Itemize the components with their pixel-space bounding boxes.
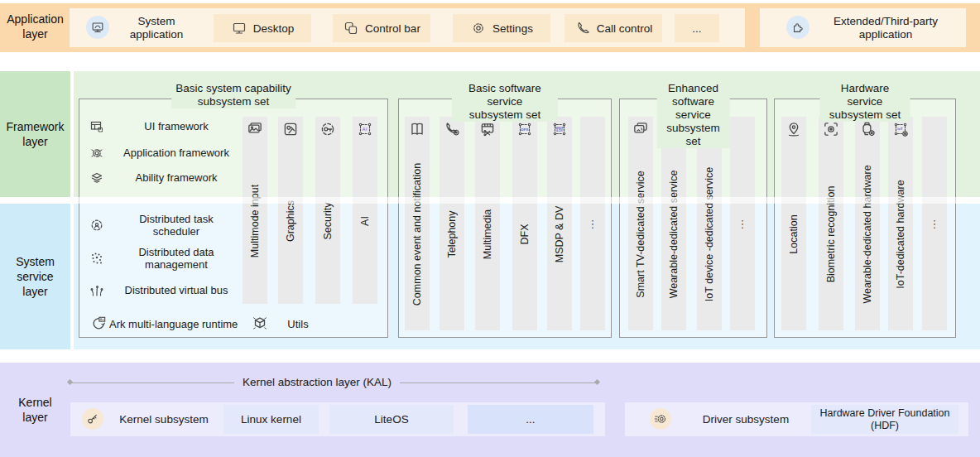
column-label: Biometric recognition bbox=[825, 186, 837, 283]
basic-software-service-set: Basic software service subsystem set Com… bbox=[398, 99, 612, 338]
notification-book-icon bbox=[408, 120, 426, 138]
column-location: Location bbox=[781, 117, 806, 330]
layer-label-system-service: System service layer bbox=[0, 254, 70, 299]
layer-label-kernel: Kernel layer bbox=[0, 395, 70, 425]
kal-label: Kernel abstraction layer (KAL) bbox=[234, 376, 400, 388]
app-item-label: Settings bbox=[492, 22, 533, 35]
vertical-ellipsis: ⋮ bbox=[588, 218, 598, 230]
column-more: ⋮ bbox=[580, 117, 605, 330]
desktop-icon bbox=[231, 20, 247, 36]
ai-frame-icon: AI bbox=[356, 120, 374, 138]
column-multimedia: Multimedia bbox=[475, 117, 500, 330]
svg-text:IoT: IoT bbox=[897, 127, 903, 131]
phone-icon bbox=[574, 20, 591, 36]
control-bar-icon bbox=[343, 20, 359, 36]
column-wearable-hardware: Wearable-dedicated hardware bbox=[855, 117, 880, 330]
system-application-badge bbox=[86, 16, 109, 39]
kernel-item-linux: Linux kernel bbox=[223, 405, 319, 434]
kernel-subsystem-badge bbox=[82, 408, 103, 430]
app-item-more: ... bbox=[675, 14, 719, 42]
set-title: Enhanced software service subsystem set bbox=[656, 82, 730, 148]
gear-icon bbox=[470, 20, 487, 36]
column-graphics: Graphics bbox=[278, 117, 303, 304]
virtual-bus-icon bbox=[88, 282, 106, 299]
driver-subsystem-label: Driver subsystem bbox=[680, 402, 812, 436]
vertical-ellipsis: ⋮ bbox=[930, 218, 940, 230]
kal-line-right bbox=[400, 382, 598, 383]
app-item-call-control: Call control bbox=[564, 14, 662, 42]
extended-application-group: Extended/Third-party application bbox=[760, 8, 966, 47]
location-pin-icon bbox=[785, 120, 803, 138]
column-iot-hardware: IoT IoT-dedicated hardware bbox=[888, 117, 913, 330]
ui-framework-item: UI framework bbox=[88, 118, 247, 136]
column-msdp-dv: MSDP& DV MSDP & DV bbox=[547, 117, 572, 330]
column-label: Multimedia bbox=[482, 209, 493, 259]
ellipsis-label: ... bbox=[692, 22, 701, 35]
item-label: Distributed virtual bus bbox=[106, 284, 247, 297]
column-ai: AI AI bbox=[353, 117, 377, 304]
column-label: Wearable-dedicated service bbox=[668, 171, 680, 299]
multimedia-icon bbox=[478, 120, 497, 138]
smart-tv-icon bbox=[632, 120, 650, 138]
column-security: Security bbox=[315, 117, 340, 304]
column-iot-device-service: IoT IoT device -dedicated service bbox=[697, 117, 722, 330]
set-title: Basic software service subsystem set bbox=[452, 82, 558, 122]
app-item-label: Call control bbox=[597, 22, 653, 35]
dfx-frame-icon: DFX bbox=[516, 120, 534, 138]
ui-framework-icon bbox=[88, 118, 106, 135]
basic-system-capability-set: Basic system capability subsystem set UI… bbox=[79, 99, 388, 338]
layer-label-application: Application layer bbox=[0, 12, 70, 41]
svg-text:DFX: DFX bbox=[521, 127, 529, 132]
column-more: ⋮ bbox=[922, 117, 947, 330]
set-title: Basic system capability subsystem set bbox=[171, 82, 295, 108]
distributed-virtual-bus-item: Distributed virtual bus bbox=[88, 281, 247, 300]
extended-application-label: Extended/Third-party application bbox=[819, 15, 952, 41]
item-label: Ability framework bbox=[106, 171, 247, 185]
kernel-item-more: ... bbox=[468, 405, 593, 434]
column-smart-tv-service: Smart TV-dedicated service bbox=[628, 117, 653, 330]
column-label: Location bbox=[788, 214, 800, 253]
harmonyos-architecture-diagram: Application layer System application Des… bbox=[0, 0, 980, 457]
ark-runtime-icon: Aa bbox=[89, 315, 108, 333]
msdp-dv-frame-icon: MSDP& DV bbox=[550, 120, 569, 138]
distributed-data-management-item: Distributed data management bbox=[88, 245, 247, 272]
enhanced-software-service-set: Enhanced software service subsystem set … bbox=[619, 99, 767, 338]
cube-icon bbox=[251, 315, 269, 333]
column-more: ⋮ bbox=[730, 117, 755, 330]
column-telephony: Telephony bbox=[440, 117, 464, 330]
data-management-icon bbox=[88, 250, 106, 267]
item-label: Application framework bbox=[106, 147, 247, 160]
column-wearable-service: Wearable-dedicated service bbox=[661, 117, 686, 330]
column-label: Security bbox=[322, 202, 334, 239]
biometric-eye-icon bbox=[822, 120, 840, 138]
security-key-icon bbox=[319, 120, 337, 138]
column-label: Smart TV-dedicated service bbox=[635, 171, 646, 297]
ability-framework-icon bbox=[88, 170, 106, 186]
svg-text:AI: AI bbox=[363, 127, 368, 132]
driver-subsystem-badge bbox=[650, 408, 671, 430]
set-title: Hardware service subsystem set bbox=[820, 82, 910, 122]
app-item-label: Control bar bbox=[365, 22, 420, 35]
application-framework-icon bbox=[88, 145, 106, 161]
column-label: IoT device -dedicated service bbox=[704, 167, 715, 301]
driver-subsystem-group: Driver subsystem Hardware Driver Foundat… bbox=[625, 402, 968, 436]
monitor-icon bbox=[90, 20, 105, 35]
app-item-desktop: Desktop bbox=[214, 14, 311, 42]
column-label: Graphics bbox=[285, 200, 296, 242]
svg-text:& DV: & DV bbox=[556, 129, 564, 132]
watch-gear-icon bbox=[858, 120, 877, 138]
utils-label: Utils bbox=[287, 318, 308, 330]
system-application-label: System application bbox=[113, 15, 200, 41]
hardware-service-set: Hardware service subsystem set Location … bbox=[774, 99, 956, 338]
runtime-row: Aa Ark multi-language runtime Utils bbox=[89, 313, 309, 334]
column-label: MSDP & DV bbox=[554, 206, 565, 263]
kal-line-left bbox=[70, 382, 234, 383]
puzzle-icon bbox=[790, 20, 805, 35]
hdf-item: Hardware Driver Foundation (HDF) bbox=[811, 405, 958, 434]
driver-gear-icon bbox=[653, 411, 668, 426]
task-scheduler-icon bbox=[88, 217, 106, 233]
column-label: Common event and notification bbox=[411, 163, 423, 305]
layer-label-framework: Framework layer bbox=[0, 119, 70, 149]
iot-gear-icon: IoT bbox=[891, 120, 910, 138]
application-framework-item: Application framework bbox=[88, 144, 247, 162]
